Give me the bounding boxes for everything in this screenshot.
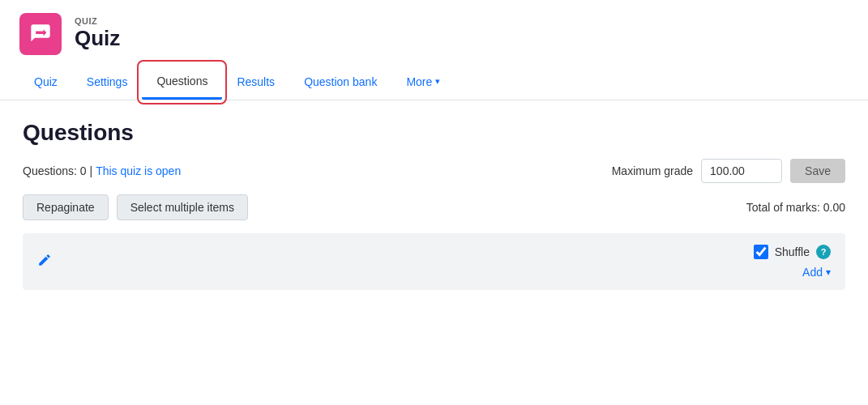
tab-question-bank[interactable]: Question bank <box>289 66 391 100</box>
info-bar: Questions: 0 | This quiz is open Maximum… <box>23 159 845 183</box>
add-row: Add ▾ <box>802 266 831 279</box>
shuffle-label: Shuffle <box>775 245 810 258</box>
max-grade-input[interactable] <box>701 159 782 183</box>
total-marks: Total of marks: 0.00 <box>746 201 845 214</box>
tab-questions[interactable]: Questions <box>142 65 222 100</box>
tab-results[interactable]: Results <box>222 66 289 100</box>
tab-more[interactable]: More ▾ <box>391 66 455 100</box>
edit-icon[interactable] <box>37 253 52 271</box>
main-content: Questions Questions: 0 | This quiz is op… <box>0 100 868 309</box>
question-area: Shuffle ? Add ▾ <box>23 233 845 290</box>
save-button[interactable]: Save <box>790 159 845 183</box>
add-link[interactable]: Add <box>802 266 823 279</box>
select-multiple-button[interactable]: Select multiple items <box>117 194 248 220</box>
shuffle-row: Shuffle ? <box>754 245 831 259</box>
page-title: Questions <box>23 120 845 146</box>
page-header: QUIZ Quiz <box>0 0 868 65</box>
repaginate-button[interactable]: Repaginate <box>23 194 109 220</box>
add-chevron-icon[interactable]: ▾ <box>826 266 831 278</box>
question-right-panel: Shuffle ? Add ▾ <box>754 245 831 279</box>
grade-controls: Maximum grade Save <box>612 159 845 183</box>
header-subtitle: QUIZ <box>75 16 120 26</box>
chevron-down-icon: ▾ <box>435 76 440 87</box>
action-buttons-left: Repaginate Select multiple items <box>23 194 248 220</box>
help-icon[interactable]: ? <box>816 245 831 259</box>
header-text: QUIZ Quiz <box>75 16 120 51</box>
action-bar: Repaginate Select multiple items Total o… <box>23 194 845 220</box>
max-grade-label: Maximum grade <box>612 164 693 177</box>
navigation-tabs: Quiz Settings Questions Results Question… <box>0 65 868 100</box>
quiz-status: Questions: 0 | This quiz is open <box>23 164 181 177</box>
tab-settings[interactable]: Settings <box>72 66 143 100</box>
quiz-icon <box>29 23 52 45</box>
questions-count: Questions: 0 | <box>23 164 92 177</box>
quiz-open-link[interactable]: This quiz is open <box>96 164 181 177</box>
shuffle-checkbox[interactable] <box>754 245 768 259</box>
header-title: Quiz <box>75 26 120 51</box>
tab-quiz[interactable]: Quiz <box>19 66 72 100</box>
app-icon <box>19 13 62 55</box>
